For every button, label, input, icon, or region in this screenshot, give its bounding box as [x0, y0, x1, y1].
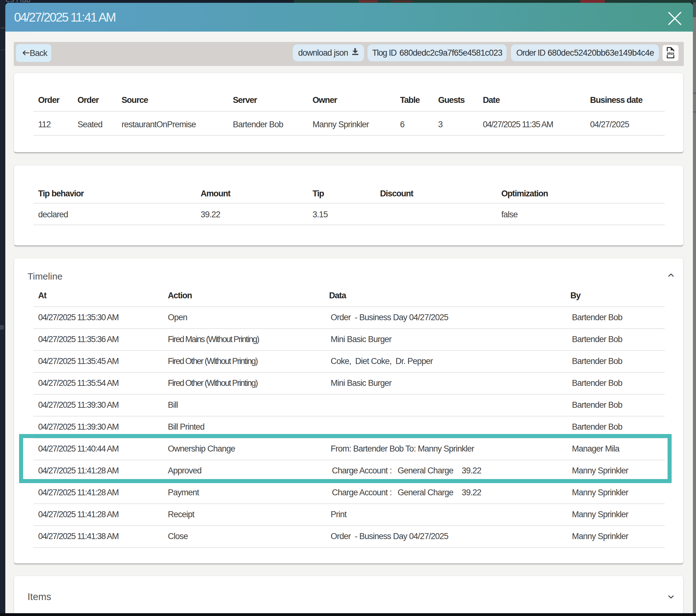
svg-text:xlsx: xlsx — [667, 51, 675, 56]
